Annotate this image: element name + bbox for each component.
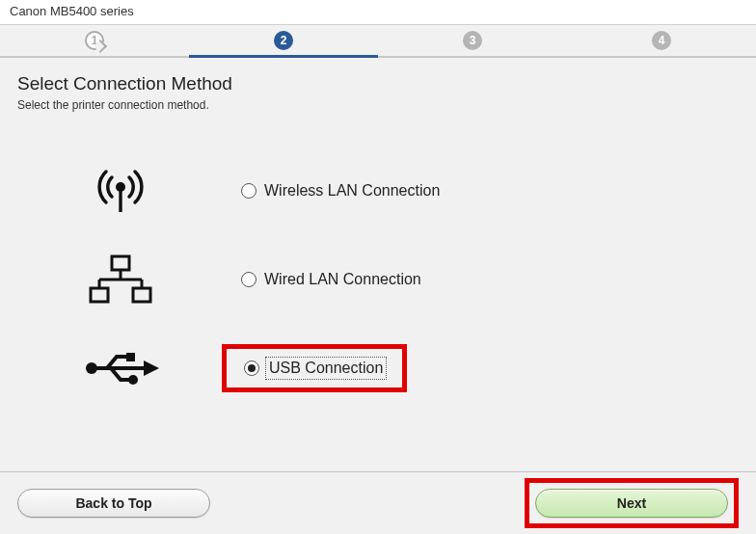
- back-to-top-button[interactable]: Back to Top: [17, 489, 210, 518]
- option-label: Wired LAN Connection: [264, 271, 421, 288]
- page-subtitle: Select the printer connection method.: [17, 98, 739, 112]
- step-badge-2: 2: [274, 31, 293, 50]
- radio-indicator: [241, 183, 256, 199]
- radio-wired[interactable]: Wired LAN Connection: [241, 271, 421, 288]
- svg-rect-10: [92, 366, 146, 370]
- option-usb[interactable]: USB Connection: [0, 324, 756, 413]
- usb-icon: [0, 350, 241, 387]
- option-wireless[interactable]: Wireless LAN Connection: [0, 147, 756, 235]
- radio-indicator: [244, 360, 259, 376]
- page-title: Select Connection Method: [17, 73, 739, 94]
- svg-rect-12: [126, 353, 135, 361]
- connection-options: Wireless LAN Connection: [0, 147, 756, 413]
- step-badge-3: 3: [463, 31, 482, 50]
- step-4: 4: [567, 25, 756, 58]
- option-wired[interactable]: Wired LAN Connection: [0, 235, 756, 324]
- wizard-panel: 1 2 3 4 Select Connection Method Select …: [0, 25, 756, 534]
- highlight-usb: USB Connection: [222, 344, 407, 392]
- step-badge-1: 1: [85, 31, 104, 50]
- step-indicator: 1 2 3 4: [0, 25, 756, 58]
- svg-rect-2: [112, 256, 129, 270]
- radio-wireless[interactable]: Wireless LAN Connection: [241, 182, 440, 200]
- radio-usb[interactable]: USB Connection: [244, 359, 385, 378]
- page-header: Select Connection Method Select the prin…: [0, 58, 756, 118]
- button-label: Next: [617, 495, 646, 511]
- option-label: USB Connection: [267, 359, 385, 378]
- wired-lan-icon: [0, 254, 241, 306]
- footer-bar: Back to Top Next: [0, 472, 756, 534]
- step-2: 2: [189, 25, 378, 58]
- svg-rect-7: [91, 288, 108, 302]
- radio-indicator: [241, 272, 256, 287]
- step-badge-4: 4: [652, 31, 671, 50]
- window-title-bar: Canon MB5400 series: [0, 0, 756, 25]
- option-label: Wireless LAN Connection: [264, 182, 440, 200]
- wireless-icon: [0, 164, 241, 218]
- window-title: Canon MB5400 series: [10, 4, 134, 18]
- svg-marker-11: [144, 360, 159, 376]
- svg-rect-8: [133, 288, 150, 302]
- svg-point-13: [128, 375, 138, 385]
- next-button[interactable]: Next: [535, 489, 728, 518]
- svg-rect-1: [119, 187, 122, 212]
- step-3: 3: [378, 25, 567, 58]
- button-label: Back to Top: [75, 495, 151, 511]
- highlight-next: Next: [525, 478, 739, 528]
- step-1: 1: [0, 25, 189, 58]
